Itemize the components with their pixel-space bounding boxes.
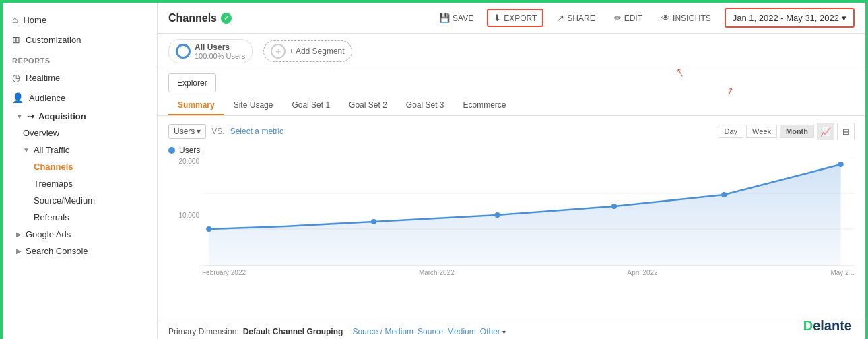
dropdown-arrow-icon: ▾	[197, 127, 201, 136]
dimension-default-label: Default Channel Grouping	[243, 327, 343, 336]
save-icon: 💾	[439, 13, 450, 23]
week-button[interactable]: Week	[746, 125, 777, 138]
x-label-may: May 2...	[830, 269, 855, 276]
acquisition-icon: ⇢	[27, 111, 34, 121]
tab-site-usage[interactable]: Site Usage	[224, 96, 283, 115]
chart-canvas	[202, 158, 855, 266]
sidebar-item-channels[interactable]: Channels	[3, 158, 157, 175]
sidebar-referrals-label: Referrals	[34, 212, 69, 222]
dimension-medium-link[interactable]: Medium	[447, 327, 476, 336]
dimension-row: Primary Dimension: Default Channel Group…	[158, 321, 865, 339]
add-segment-label: + Add Segment	[289, 47, 344, 56]
tab-row: Summary Site Usage Goal Set 1 Goal Set 2…	[168, 96, 855, 115]
edit-button[interactable]: ✏ EDIT	[609, 10, 648, 26]
insights-button[interactable]: 👁 INSIGHTS	[656, 10, 716, 26]
all-users-segment[interactable]: All Users 100.00% Users	[168, 39, 253, 63]
svg-point-9	[721, 192, 727, 197]
sidebar-item-source-medium[interactable]: Source/Medium	[3, 192, 157, 209]
x-label-apr: April 2022	[628, 269, 658, 276]
dimension-source-medium-link[interactable]: Source / Medium	[352, 327, 413, 336]
sidebar-item-acquisition[interactable]: ▼ ⇢ Acquisition	[3, 108, 157, 125]
svg-point-6	[371, 219, 376, 224]
sidebar-item-all-traffic[interactable]: ▼ All Traffic	[3, 142, 157, 158]
sidebar-item-referrals[interactable]: Referrals	[3, 209, 157, 226]
chart-area: 20,000 10,000	[168, 158, 855, 279]
sidebar-search-console-label: Search Console	[26, 246, 88, 256]
legend-users-label: Users	[179, 146, 200, 155]
home-icon: ⌂	[12, 14, 18, 25]
explorer-button[interactable]: Explorer	[168, 73, 216, 92]
x-label-feb: February 2022	[202, 269, 246, 276]
export-icon: ⬇	[494, 13, 501, 23]
status-check-icon: ✓	[221, 13, 232, 24]
sidebar-audience-label: Audience	[29, 93, 65, 103]
export-button[interactable]: ⬇ EXPORT	[487, 9, 543, 27]
segment-info: All Users 100.00% Users	[195, 42, 245, 60]
audience-icon: 👤	[12, 92, 24, 103]
delante-logo: Delante	[803, 318, 852, 334]
expand-arrow-google-icon: ▶	[16, 230, 22, 238]
sidebar-realtime-label: Realtime	[26, 73, 60, 83]
main-content: Channels ✓ 💾 SAVE ⬇ EXPORT ↗ SHARE ✏	[158, 3, 865, 339]
page-title: Channels	[168, 12, 217, 24]
share-icon: ↗	[557, 13, 564, 23]
svg-marker-4	[209, 164, 840, 266]
month-button[interactable]: Month	[780, 125, 814, 138]
tab-section: Explorer Summary Site Usage Goal Set 1 G…	[158, 69, 865, 116]
tab-goal-set-3[interactable]: Goal Set 3	[397, 96, 454, 115]
date-range-button[interactable]: Jan 1, 2022 - May 31, 2022 ▾	[725, 8, 855, 28]
dimension-other-label: Other	[480, 327, 500, 336]
tab-ecommerce[interactable]: Ecommerce	[454, 96, 516, 115]
chart-controls: Users ▾ VS. Select a metric Day Week Mon…	[168, 123, 855, 140]
sidebar-item-home[interactable]: ⌂ Home	[3, 9, 157, 30]
day-button[interactable]: Day	[719, 125, 744, 138]
sidebar-item-search-console[interactable]: ▶ Search Console	[3, 243, 157, 259]
x-axis: February 2022 March 2022 April 2022 May …	[202, 266, 855, 279]
metric-dropdown[interactable]: Users ▾	[168, 124, 206, 139]
date-range-label: Jan 1, 2022 - May 31, 2022	[733, 13, 839, 23]
y-axis: 20,000 10,000	[168, 158, 202, 266]
share-label: SHARE	[567, 13, 595, 23]
legend-dot-icon	[168, 147, 175, 154]
tab-goal-set-1[interactable]: Goal Set 1	[282, 96, 339, 115]
expand-arrow-search-icon: ▶	[16, 247, 22, 255]
top-bar: Channels ✓ 💾 SAVE ⬇ EXPORT ↗ SHARE ✏	[158, 3, 865, 34]
sidebar-item-customization[interactable]: ⊞ Customization	[3, 30, 157, 50]
sidebar-channels-label: Channels	[34, 162, 73, 172]
save-button[interactable]: 💾 SAVE	[434, 10, 479, 26]
sidebar-item-google-ads[interactable]: ▶ Google Ads	[3, 226, 157, 243]
svg-point-7	[495, 212, 500, 218]
bar-chart-button[interactable]: ⊞	[837, 123, 855, 140]
dimension-source-link[interactable]: Source	[418, 327, 443, 336]
line-chart-button[interactable]: 📈	[817, 123, 834, 140]
tab-summary[interactable]: Summary	[168, 96, 224, 115]
sidebar-item-overview[interactable]: Overview	[3, 125, 157, 142]
add-segment-circle-icon: +	[271, 44, 286, 59]
segment-users-pct: 100.00% Users	[195, 52, 245, 60]
tab-goal-set-2[interactable]: Goal Set 2	[339, 96, 397, 115]
primary-dimension-label: Primary Dimension:	[168, 327, 239, 336]
sidebar-item-audience[interactable]: 👤 Audience	[3, 88, 157, 108]
sidebar-all-traffic-label: All Traffic	[34, 145, 69, 155]
chart-section: Users ▾ VS. Select a metric Day Week Mon…	[158, 116, 865, 321]
save-label: SAVE	[453, 13, 473, 23]
chart-legend: Users	[168, 146, 855, 155]
sidebar: ⌂ Home ⊞ Customization REPORTS ◷ Realtim…	[3, 3, 158, 339]
metric-label: Users	[174, 127, 195, 136]
sidebar-item-treemaps[interactable]: Treemaps	[3, 175, 157, 192]
add-segment-button[interactable]: + + Add Segment	[263, 40, 352, 62]
select-metric-link[interactable]: Select a metric	[230, 127, 283, 136]
sidebar-google-ads-label: Google Ads	[26, 229, 71, 239]
segment-users-label: All Users	[195, 42, 245, 52]
share-button[interactable]: ↗ SHARE	[552, 10, 600, 26]
other-dropdown-icon: ▾	[502, 328, 506, 336]
dimension-other-link[interactable]: Other ▾	[480, 327, 506, 336]
customization-icon: ⊞	[12, 34, 20, 45]
segment-circle-icon	[176, 44, 191, 59]
sidebar-item-realtime[interactable]: ◷ Realtime	[3, 67, 157, 88]
expand-arrow-icon: ▼	[16, 113, 23, 120]
sidebar-treemaps-label: Treemaps	[34, 179, 73, 189]
sidebar-customization-label: Customization	[26, 35, 81, 45]
chart-svg	[202, 158, 855, 266]
y-label-10k: 10,000	[178, 212, 199, 219]
